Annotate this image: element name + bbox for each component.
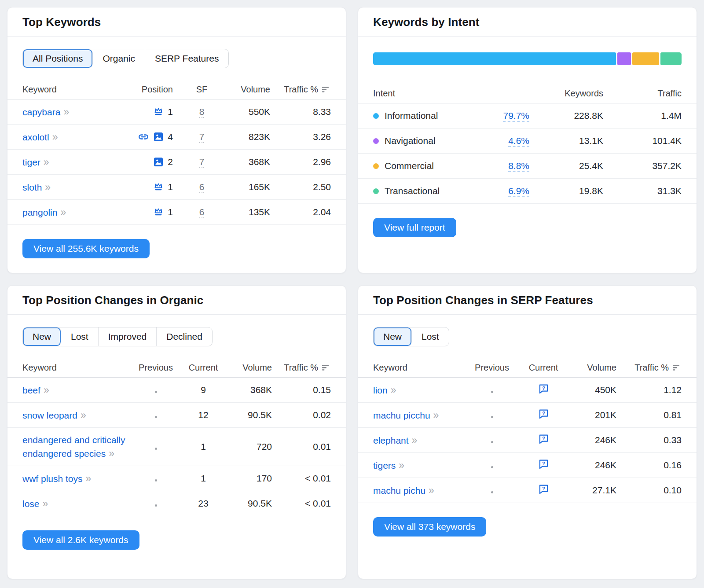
percent-cell: 79.7% xyxy=(474,110,529,121)
double-chevron-right-icon[interactable]: » xyxy=(109,448,114,459)
keyword-link[interactable]: machu picchu xyxy=(373,410,430,420)
double-chevron-right-icon[interactable]: » xyxy=(391,384,396,396)
percent-link[interactable]: 6.9% xyxy=(508,186,529,197)
card-top-keywords: Top Keywords All PositionsOrganicSERP Fe… xyxy=(7,7,346,273)
col-traffic[interactable]: Traffic % xyxy=(274,85,331,95)
view-all-serp-changes-button[interactable]: View all 373 keywords xyxy=(373,517,486,537)
double-chevron-right-icon[interactable]: » xyxy=(81,409,86,421)
current-position-cell: 9 xyxy=(183,385,224,395)
percent-link[interactable]: 4.6% xyxy=(508,136,529,147)
double-chevron-right-icon[interactable]: » xyxy=(399,459,404,471)
keyword-link[interactable]: machu pichu xyxy=(373,485,425,496)
col-traffic[interactable]: Traffic % xyxy=(275,363,331,373)
organic-changes-tab-group: NewLostImprovedDeclined xyxy=(22,327,213,346)
double-chevron-right-icon[interactable]: » xyxy=(43,498,48,509)
double-chevron-right-icon[interactable]: » xyxy=(45,181,51,193)
keyword-link[interactable]: wwf plush toys xyxy=(22,474,83,484)
sf-value[interactable]: 6 xyxy=(199,182,205,193)
tab-organic[interactable]: Organic xyxy=(93,49,145,68)
traffic-value: 3.26 xyxy=(274,132,331,142)
card-body: All PositionsOrganicSERP Features Keywor… xyxy=(7,37,346,273)
sf-value[interactable]: 6 xyxy=(199,207,205,218)
svg-text:?: ? xyxy=(542,460,545,467)
position-cell: 4 xyxy=(105,131,173,143)
double-chevron-right-icon[interactable]: » xyxy=(63,106,69,118)
table-header: Keyword Position SF Volume Traffic % xyxy=(7,80,346,99)
sort-descending-icon[interactable] xyxy=(322,86,331,93)
keyword-cell: pangolin» xyxy=(22,206,101,219)
double-chevron-right-icon[interactable]: » xyxy=(429,485,434,496)
col-traffic[interactable]: Traffic % xyxy=(620,363,682,373)
col-position: Position xyxy=(105,85,173,95)
serp-changes-rows: lion»?450K1.12machu picchu»?201K0.81elep… xyxy=(358,378,697,503)
tab-new[interactable]: New xyxy=(374,327,412,346)
keyword-link[interactable]: beef xyxy=(22,385,40,395)
no-previous-position-dot xyxy=(155,479,157,481)
col-keyword: Keyword xyxy=(22,85,101,95)
table-row: machu picchu»?201K0.81 xyxy=(358,403,697,428)
no-previous-position-dot xyxy=(491,491,493,493)
double-chevron-right-icon[interactable]: » xyxy=(44,156,49,168)
keyword-link[interactable]: snow leopard xyxy=(22,410,77,420)
tab-lost[interactable]: Lost xyxy=(61,327,99,346)
svg-text:?: ? xyxy=(542,485,545,492)
double-chevron-right-icon[interactable]: » xyxy=(433,409,439,421)
keywords-count: 13.1K xyxy=(533,136,603,146)
image-icon xyxy=(153,132,164,142)
keyword-link[interactable]: elephant xyxy=(373,435,409,445)
keyword-link[interactable]: pangolin xyxy=(22,207,57,217)
tab-new[interactable]: New xyxy=(23,327,61,346)
double-chevron-right-icon[interactable]: » xyxy=(52,131,58,143)
keyword-cell: beef» xyxy=(22,383,128,397)
keyword-link[interactable]: tiger xyxy=(22,157,40,167)
organic-changes-rows: beef»9368K0.15snow leopard»1290.5K0.02en… xyxy=(7,378,346,516)
keyword-link[interactable]: axolotl xyxy=(22,132,49,142)
double-chevron-right-icon[interactable]: » xyxy=(412,434,418,446)
sf-value[interactable]: 7 xyxy=(199,132,205,143)
volume-value: 450K xyxy=(569,385,616,395)
table-row: tigers»?246K0.16 xyxy=(358,453,697,478)
view-all-organic-changes-button[interactable]: View all 2.6K keywords xyxy=(22,530,139,550)
intent-name: Commercial xyxy=(385,161,434,171)
tab-lost[interactable]: Lost xyxy=(412,327,449,346)
sf-cell: 7 xyxy=(176,132,227,142)
double-chevron-right-icon[interactable]: » xyxy=(44,384,49,396)
double-chevron-right-icon[interactable]: » xyxy=(86,473,92,484)
keyword-cell: machu picchu» xyxy=(373,408,462,422)
volume-value: 170 xyxy=(227,473,272,484)
previous-position-cell xyxy=(466,485,518,496)
keyword-link[interactable]: capybara xyxy=(22,107,60,117)
keyword-link[interactable]: lose xyxy=(22,499,40,509)
tab-serp-features[interactable]: SERP Features xyxy=(145,49,229,68)
double-chevron-right-icon[interactable]: » xyxy=(60,206,66,218)
sort-descending-icon[interactable] xyxy=(322,364,331,371)
volume-value: 135K xyxy=(231,207,270,217)
volume-value: 720 xyxy=(227,441,272,452)
keyword-link[interactable]: sloth xyxy=(22,182,42,192)
percent-link[interactable]: 79.7% xyxy=(503,110,529,122)
sf-value[interactable]: 8 xyxy=(199,107,205,118)
percent-link[interactable]: 8.8% xyxy=(508,161,529,172)
tab-all-positions[interactable]: All Positions xyxy=(23,49,93,68)
keyword-cell: endangered and critically endangered spe… xyxy=(22,433,128,460)
keyword-link[interactable]: tigers xyxy=(373,460,396,470)
faq-icon: ? xyxy=(538,458,550,470)
view-full-report-button[interactable]: View full report xyxy=(373,218,456,237)
sort-descending-icon[interactable] xyxy=(673,364,682,371)
tab-improved[interactable]: Improved xyxy=(99,327,157,346)
tab-declined[interactable]: Declined xyxy=(157,327,212,346)
sf-value[interactable]: 7 xyxy=(199,157,205,168)
traffic-value: 0.02 xyxy=(275,410,331,420)
navigational-dot-icon xyxy=(373,138,379,144)
view-all-top-keywords-button[interactable]: View all 255.6K keywords xyxy=(22,239,150,258)
svg-text:?: ? xyxy=(542,385,545,391)
commercial-dot-icon xyxy=(373,163,379,169)
current-position-cell: ? xyxy=(521,408,565,422)
table-row: endangered and critically endangered spe… xyxy=(7,428,346,466)
table-row: axolotl»47823K3.26 xyxy=(7,125,346,150)
current-position-cell: 23 xyxy=(183,498,224,509)
keyword-link[interactable]: lion xyxy=(373,385,388,395)
col-previous: Previous xyxy=(132,363,180,373)
volume-value: 246K xyxy=(569,435,616,445)
current-position-cell: 1 xyxy=(183,473,224,484)
